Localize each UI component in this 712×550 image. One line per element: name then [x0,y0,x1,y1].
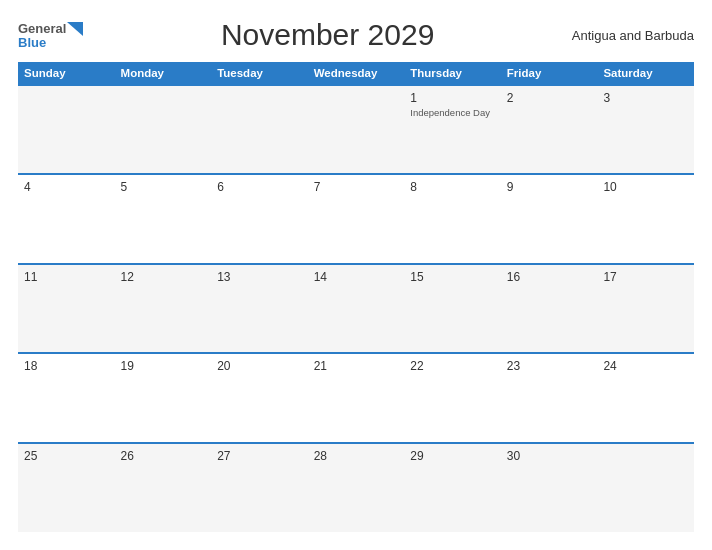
svg-marker-0 [67,22,83,36]
calendar-cell [211,85,308,174]
calendar-cell: 28 [308,443,405,532]
calendar-week-row: 252627282930 [18,443,694,532]
calendar-cell: 2 [501,85,598,174]
day-number: 6 [217,180,302,194]
calendar-week-row: 18192021222324 [18,353,694,442]
calendar-cell: 14 [308,264,405,353]
day-number: 26 [121,449,206,463]
calendar-cell: 10 [597,174,694,263]
calendar-cell: 15 [404,264,501,353]
calendar-cell: 8 [404,174,501,263]
calendar-week-row: 45678910 [18,174,694,263]
day-number: 5 [121,180,206,194]
calendar-cell: 21 [308,353,405,442]
day-number: 25 [24,449,109,463]
day-number: 18 [24,359,109,373]
weekday-header-row: Sunday Monday Tuesday Wednesday Thursday… [18,62,694,85]
calendar-cell: 30 [501,443,598,532]
calendar-cell: 4 [18,174,115,263]
day-number: 10 [603,180,688,194]
header-saturday: Saturday [597,62,694,85]
day-number: 9 [507,180,592,194]
day-number: 13 [217,270,302,284]
day-number: 19 [121,359,206,373]
calendar-cell: 25 [18,443,115,532]
calendar-cell: 26 [115,443,212,532]
header-tuesday: Tuesday [211,62,308,85]
day-number: 29 [410,449,495,463]
day-number: 24 [603,359,688,373]
calendar-page: General Blue November 2029 Antigua and B… [0,0,712,550]
calendar-cell: 24 [597,353,694,442]
day-number: 7 [314,180,399,194]
calendar-title: November 2029 [83,18,571,52]
calendar-cell: 12 [115,264,212,353]
day-number: 4 [24,180,109,194]
day-number: 8 [410,180,495,194]
calendar-cell [597,443,694,532]
holiday-label: Independence Day [410,107,495,118]
day-number: 30 [507,449,592,463]
header-sunday: Sunday [18,62,115,85]
calendar-cell [308,85,405,174]
day-number: 23 [507,359,592,373]
day-number: 16 [507,270,592,284]
calendar-cell [18,85,115,174]
calendar-week-row: 1Independence Day23 [18,85,694,174]
day-number: 21 [314,359,399,373]
calendar-table: Sunday Monday Tuesday Wednesday Thursday… [18,62,694,532]
day-number: 22 [410,359,495,373]
country-name: Antigua and Barbuda [572,28,694,43]
calendar-cell: 11 [18,264,115,353]
day-number: 27 [217,449,302,463]
day-number: 14 [314,270,399,284]
day-number: 28 [314,449,399,463]
calendar-cell: 9 [501,174,598,263]
day-number: 17 [603,270,688,284]
calendar-cell: 16 [501,264,598,353]
calendar-cell: 3 [597,85,694,174]
calendar-cell: 19 [115,353,212,442]
calendar-cell: 13 [211,264,308,353]
header-wednesday: Wednesday [308,62,405,85]
day-number: 3 [603,91,688,105]
header-monday: Monday [115,62,212,85]
logo-blue-text: Blue [18,36,46,49]
calendar-cell: 23 [501,353,598,442]
logo-general-text: General [18,22,66,35]
day-number: 20 [217,359,302,373]
calendar-cell: 17 [597,264,694,353]
calendar-header: General Blue November 2029 Antigua and B… [18,18,694,52]
calendar-cell: 29 [404,443,501,532]
calendar-cell: 22 [404,353,501,442]
calendar-cell: 1Independence Day [404,85,501,174]
calendar-cell: 18 [18,353,115,442]
day-number: 1 [410,91,495,105]
header-thursday: Thursday [404,62,501,85]
header-friday: Friday [501,62,598,85]
calendar-cell: 27 [211,443,308,532]
calendar-week-row: 11121314151617 [18,264,694,353]
logo-flag-icon [67,22,83,36]
calendar-cell: 6 [211,174,308,263]
calendar-cell: 5 [115,174,212,263]
calendar-cell: 20 [211,353,308,442]
calendar-cell: 7 [308,174,405,263]
day-number: 2 [507,91,592,105]
day-number: 12 [121,270,206,284]
day-number: 15 [410,270,495,284]
logo: General Blue [18,22,83,49]
calendar-cell [115,85,212,174]
day-number: 11 [24,270,109,284]
